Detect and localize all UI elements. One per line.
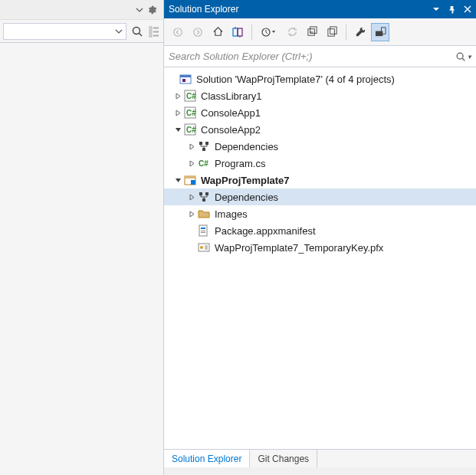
svg-rect-46 [201,232,205,233]
left-combo[interactable] [3,23,126,40]
svg-point-22 [457,53,463,59]
toolbar-separator-2 [346,25,346,40]
gear-icon[interactable] [146,5,157,15]
project-node-consoleapp1[interactable]: C# ConsoleApp1 [164,104,476,121]
collapse-all-button[interactable] [303,23,321,41]
preview-selected-button[interactable] [371,23,389,41]
file-node-pfx[interactable]: ▶ WapProjTemplate7_TemporaryKey.pfx [164,239,476,256]
dependencies-label: Dependencies [213,192,278,203]
back-button[interactable] [169,23,187,41]
chevron-down-icon: ▾ [468,53,471,61]
svg-text:C#: C# [186,109,196,117]
expander-expanded-icon[interactable] [173,177,182,184]
expander-collapsed-icon[interactable] [187,194,196,201]
bottom-tabstrip: Solution Explorer Git Changes [164,449,476,467]
svg-text:C#: C# [186,92,196,100]
forward-button[interactable] [189,23,207,41]
close-icon[interactable] [464,5,471,13]
file-node-appxmanifest[interactable]: ▶ Package.appxmanifest [164,222,476,239]
chevron-down-icon [112,28,126,35]
folder-label: Images [213,208,248,220]
dependencies-icon [198,140,210,152]
pending-changes-filter-button[interactable] [257,23,281,41]
dependencies-node-selected[interactable]: Dependencies [164,188,476,205]
svg-rect-4 [149,31,152,33]
home-button[interactable] [208,23,227,41]
project-node-wapprojtemplate7[interactable]: WapProjTemplate7 [164,172,476,188]
dependencies-icon [198,191,210,203]
svg-rect-34 [205,142,208,145]
search-box[interactable]: Search Solution Explorer (Ctrl+;) ▾ [164,46,476,67]
folder-node-images[interactable]: Images [164,205,476,222]
svg-rect-12 [233,28,238,36]
certificate-icon [198,241,210,254]
pin-icon[interactable] [448,5,456,14]
solution-node[interactable]: ▶ Solution 'WapProjTemplate7' (4 of 4 pr… [164,70,476,87]
svg-rect-19 [330,27,336,34]
csharp-project-icon: C# [184,90,196,102]
window-menu-icon[interactable] [432,5,440,13]
svg-point-10 [174,28,182,36]
svg-text:C#: C# [186,126,196,134]
wap-project-icon [184,174,196,186]
expander-collapsed-icon[interactable] [173,93,182,100]
show-all-files-button[interactable] [323,23,341,41]
file-label: Program.cs [213,158,265,169]
folder-icon [198,208,210,220]
svg-rect-6 [149,34,152,37]
svg-rect-45 [201,231,205,231]
svg-rect-18 [327,29,333,36]
search-placeholder: Search Solution Explorer (Ctrl+;) [169,51,455,62]
svg-rect-42 [202,198,205,201]
panel-title: Solution Explorer [169,4,432,15]
panel-sysbuttons [432,5,471,14]
solution-tree[interactable]: ▶ Solution 'WapProjTemplate7' (4 of 4 pr… [164,67,476,449]
svg-rect-13 [238,28,242,36]
project-label: ConsoleApp1 [199,107,261,119]
csharp-file-icon: C# [198,157,210,169]
project-label: WapProjTemplate7 [199,175,290,186]
search-icon[interactable] [131,25,143,38]
solution-explorer-toolbar [164,18,476,46]
tab-git-changes[interactable]: Git Changes [250,450,317,467]
svg-rect-35 [202,148,205,151]
root: Solution Explorer [0,0,476,475]
file-label: Package.appxmanifest [213,225,316,237]
properties-button[interactable] [351,23,369,41]
sync-button[interactable] [283,23,301,41]
project-node-consoleapp2[interactable]: C# ConsoleApp2 [164,121,476,138]
tab-solution-explorer[interactable]: Solution Explorer [164,450,250,467]
project-label: ClassLibrary1 [199,90,261,102]
svg-rect-40 [199,192,202,195]
expander-collapsed-icon[interactable] [173,110,182,116]
expander-collapsed-icon[interactable] [187,160,196,167]
csharp-project-icon: C# [184,123,196,136]
solution-icon [179,73,192,85]
svg-point-0 [133,27,140,34]
svg-rect-33 [199,142,202,145]
panel-titlebar[interactable]: Solution Explorer [164,0,476,18]
dependencies-node[interactable]: Dependencies [164,138,476,155]
list-outline-icon[interactable] [148,25,160,38]
dropdown-icon[interactable] [136,6,143,14]
solution-label: Solution 'WapProjTemplate7' (4 of 4 proj… [195,74,395,85]
svg-rect-44 [201,228,205,229]
switch-views-button[interactable] [228,23,247,41]
expander-collapsed-icon[interactable] [187,143,196,150]
manifest-icon [198,224,210,237]
svg-rect-41 [205,192,208,195]
left-toolbar [0,20,163,43]
left-header-tools [0,0,163,20]
dependencies-label: Dependencies [213,141,278,152]
tab-label: Solution Explorer [172,454,241,464]
svg-rect-25 [180,75,191,77]
svg-rect-26 [182,79,185,82]
search-trigger[interactable]: ▾ [455,51,471,62]
status-strip [164,467,476,475]
svg-text:C#: C# [199,159,208,168]
project-node-classlibrary1[interactable]: C# ClassLibrary1 [164,87,476,104]
file-node-program-cs[interactable]: C# Program.cs [164,155,476,172]
expander-collapsed-icon[interactable] [187,211,196,218]
expander-expanded-icon[interactable] [173,126,182,133]
file-label: WapProjTemplate7_TemporaryKey.pfx [213,242,383,254]
